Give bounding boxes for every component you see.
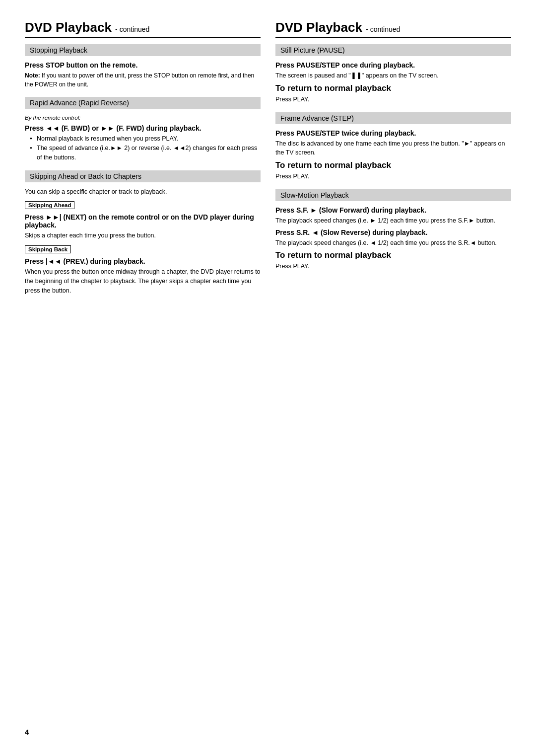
press-play-2: Press PLAY. xyxy=(275,172,511,181)
stopping-playback-box: Stopping Playback xyxy=(25,44,261,56)
press-play-1: Press PLAY. xyxy=(275,95,511,104)
rapid-advance-box: Rapid Advance (Rapid Reverse) xyxy=(25,97,261,109)
pause-desc: The screen is paused and "❚❚" appears on… xyxy=(275,71,511,80)
pause-step-once-heading: Press PAUSE/STEP once during playback. xyxy=(275,61,511,69)
next-button-heading: Press ►►| (NEXT) on the remote control o… xyxy=(25,213,261,229)
prev-button-desc: When you press the button once midway th… xyxy=(25,267,261,295)
skipping-ahead-badge: Skipping Ahead xyxy=(25,201,74,209)
return-normal-3: To return to normal playback xyxy=(275,250,511,260)
skipping-chapters-box: Skipping Ahead or Back to Chapters xyxy=(25,170,261,182)
slow-forward-desc: The playback speed changes (i.e. ► 1/2) … xyxy=(275,216,511,226)
note-label: Note: xyxy=(25,72,40,79)
bullet-2: The speed of advance (i.e.►► 2) or rever… xyxy=(30,144,261,162)
frame-advance-box: Frame Advance (STEP) xyxy=(275,112,511,124)
page-number: 4 xyxy=(25,728,511,736)
slow-reverse-heading: Press S.R. ◄ (Slow Reverse) during playb… xyxy=(275,228,511,236)
slow-forward-heading: Press S.F. ► (Slow Forward) during playb… xyxy=(275,206,511,214)
frame-advance-section: Frame Advance (STEP) Press PAUSE/STEP tw… xyxy=(275,112,511,181)
right-title: DVD Playback - continued xyxy=(275,20,511,38)
left-column: DVD Playback - continued Stopping Playba… xyxy=(25,20,261,718)
by-remote-label: By the remote control: xyxy=(25,114,261,122)
slow-motion-box: Slow-Motion Playback xyxy=(275,189,511,201)
right-column: DVD Playback - continued Still Picture (… xyxy=(275,20,511,718)
prev-button-heading: Press |◄◄ (PREV.) during playback. xyxy=(25,257,261,265)
stop-button-heading: Press STOP button on the remote. xyxy=(25,61,261,69)
stopping-playback-section: Stopping Playback Press STOP button on t… xyxy=(25,44,261,89)
return-normal-1: To return to normal playback xyxy=(275,83,511,93)
right-continued: - continued xyxy=(366,25,400,33)
slow-motion-section: Slow-Motion Playback Press S.F. ► (Slow … xyxy=(275,189,511,271)
left-title: DVD Playback - continued xyxy=(25,20,261,38)
press-play-3: Press PLAY. xyxy=(275,262,511,271)
bullet-1: Normal playback is resumed when you pres… xyxy=(30,134,261,144)
right-title-text: DVD Playback xyxy=(275,20,362,35)
still-picture-box: Still Picture (PAUSE) xyxy=(275,44,511,56)
note-text: If you want to power off the unit, press… xyxy=(25,72,254,88)
left-continued: - continued xyxy=(115,25,149,33)
still-picture-section: Still Picture (PAUSE) Press PAUSE/STEP o… xyxy=(275,44,511,104)
rapid-advance-section: Rapid Advance (Rapid Reverse) By the rem… xyxy=(25,97,261,162)
slow-reverse-desc: The playback speed changes (i.e. ◄ 1/2) … xyxy=(275,238,511,248)
pause-step-twice-heading: Press PAUSE/STEP twice during playback. xyxy=(275,129,511,137)
left-title-text: DVD Playback xyxy=(25,20,112,35)
rapid-advance-bullets: Normal playback is resumed when you pres… xyxy=(25,134,261,162)
skipping-chapters-section: Skipping Ahead or Back to Chapters You c… xyxy=(25,170,261,296)
next-button-desc: Skips a chapter each time you press the … xyxy=(25,231,261,240)
frame-advance-desc: The disc is advanced by one frame each t… xyxy=(275,139,511,158)
rapid-advance-heading: Press ◄◄ (F. BWD) or ►► (F. FWD) during … xyxy=(25,124,261,132)
stop-note: Note: If you want to power off the unit,… xyxy=(25,71,261,89)
page: DVD Playback - continued Stopping Playba… xyxy=(0,0,536,756)
skipping-back-badge: Skipping Back xyxy=(25,245,71,253)
return-normal-2: To return to normal playback xyxy=(275,160,511,170)
skipping-intro: You can skip a specific chapter or track… xyxy=(25,187,261,197)
